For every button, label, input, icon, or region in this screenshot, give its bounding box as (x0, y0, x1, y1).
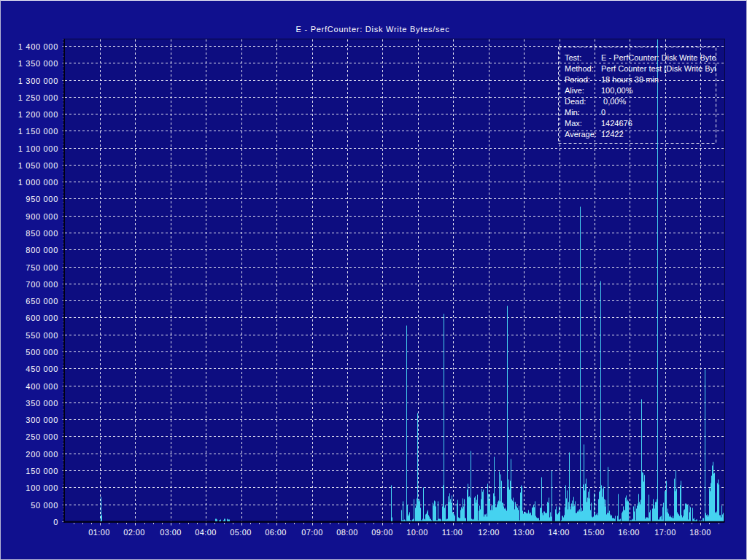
svg-text:11:00: 11:00 (442, 528, 462, 537)
svg-text:750 000: 750 000 (26, 263, 58, 272)
svg-text:08:00: 08:00 (336, 528, 357, 537)
svg-text:150 000: 150 000 (26, 467, 58, 475)
svg-text:14:00: 14:00 (548, 528, 569, 537)
svg-text:600 000: 600 000 (26, 314, 58, 322)
svg-text:100,00%: 100,00% (601, 86, 633, 95)
svg-text:1 000 000: 1 000 000 (18, 178, 58, 187)
svg-text:950 000: 950 000 (26, 195, 58, 203)
svg-text:12:00: 12:00 (478, 528, 499, 537)
svg-text:05:00: 05:00 (230, 528, 251, 537)
svg-text:1 200 000: 1 200 000 (18, 110, 58, 119)
svg-text:Perf Counter test [Disk Write: Perf Counter test [Disk Write Bytes (601, 64, 725, 73)
svg-text:01:00: 01:00 (88, 528, 109, 537)
svg-text:1 150 000: 1 150 000 (18, 127, 58, 136)
svg-text:04:00: 04:00 (195, 528, 216, 537)
svg-text:550 000: 550 000 (26, 331, 58, 340)
svg-text:250 000: 250 000 (26, 432, 58, 441)
svg-text:17:00: 17:00 (654, 528, 676, 537)
svg-text:13:00: 13:00 (513, 528, 534, 537)
svg-text:650 000: 650 000 (26, 297, 58, 306)
svg-text:300 000: 300 000 (26, 416, 58, 424)
svg-text:15:00: 15:00 (583, 528, 604, 537)
svg-text:50 000: 50 000 (31, 501, 58, 510)
svg-text:850 000: 850 000 (26, 229, 58, 238)
svg-text:0: 0 (601, 108, 605, 117)
svg-text:Alive:: Alive: (565, 86, 584, 95)
svg-text:350 000: 350 000 (26, 399, 58, 408)
svg-text:07:00: 07:00 (301, 528, 322, 537)
svg-text:500 000: 500 000 (26, 348, 58, 357)
svg-text:02:00: 02:00 (123, 528, 144, 537)
svg-text:100 000: 100 000 (26, 483, 58, 492)
svg-text:Period:: Period: (565, 75, 590, 84)
svg-text:1 300 000: 1 300 000 (18, 77, 58, 85)
svg-text:900 000: 900 000 (26, 212, 58, 221)
svg-text:1 100 000: 1 100 000 (18, 144, 58, 153)
svg-text:1 050 000: 1 050 000 (18, 161, 58, 170)
svg-text:450 000: 450 000 (26, 365, 58, 373)
svg-text:03:00: 03:00 (160, 528, 181, 537)
svg-text:Average:: Average: (565, 130, 597, 139)
svg-text:16:00: 16:00 (618, 528, 639, 537)
svg-text:18 hours 39 min: 18 hours 39 min (601, 75, 659, 84)
svg-text:09:00: 09:00 (371, 528, 392, 537)
svg-text:18:00: 18:00 (689, 528, 711, 537)
svg-text:Test:: Test: (565, 53, 581, 62)
svg-text:800 000: 800 000 (26, 246, 58, 254)
svg-text:Method:: Method: (565, 64, 594, 73)
svg-text:700 000: 700 000 (26, 280, 58, 289)
svg-text:0: 0 (53, 518, 58, 526)
svg-text:Max:: Max: (565, 119, 582, 128)
svg-text:E - PerfCounter: Disk Write By: E - PerfCounter: Disk Write Bytes/sec (296, 25, 450, 34)
svg-text:1 250 000: 1 250 000 (18, 93, 58, 102)
svg-text:Dead:: Dead: (565, 97, 586, 106)
svg-text:0,00%: 0,00% (601, 97, 626, 106)
svg-text:1 400 000: 1 400 000 (18, 42, 58, 51)
svg-text:1424676: 1424676 (601, 119, 632, 128)
svg-text:10:00: 10:00 (406, 528, 427, 537)
svg-text:400 000: 400 000 (26, 382, 58, 391)
svg-text:12422: 12422 (601, 130, 624, 139)
svg-text:06:00: 06:00 (265, 528, 286, 537)
svg-text:1 350 000: 1 350 000 (18, 59, 58, 68)
svg-text:E - PerfCounter: Disk Write By: E - PerfCounter: Disk Write Bytes/ (601, 53, 723, 62)
svg-text:200 000: 200 000 (26, 450, 58, 459)
svg-text:Min:: Min: (565, 108, 580, 117)
